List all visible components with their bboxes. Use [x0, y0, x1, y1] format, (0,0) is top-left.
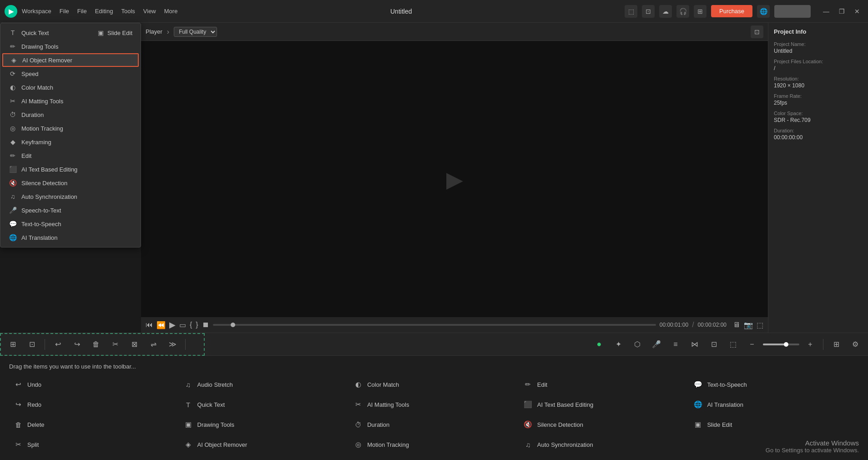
ai-text-editing-tool-icon: ⬛ [523, 399, 534, 410]
toolbar-layout-btn[interactable]: ⊞ [828, 336, 844, 353]
toolbar-merge-btn[interactable]: ⋈ [686, 336, 703, 353]
thumbnail-icon[interactable]: ⊡ [751, 25, 763, 38]
toolbar-minus-btn[interactable]: − [744, 336, 760, 353]
toolbar-volume-slider[interactable] [763, 336, 799, 353]
device-icon[interactable]: ⊡ [642, 5, 655, 18]
maximize-button[interactable]: ❐ [835, 5, 848, 18]
tool-undo[interactable]: ↩ Undo [9, 376, 179, 393]
in-point-btn[interactable]: { [190, 321, 192, 329]
tool-ai-translation[interactable]: 🌐 AI Translation [689, 396, 859, 413]
toolbar-star-btn[interactable]: ✦ [610, 336, 626, 353]
delete-icon: 🗑 [13, 419, 24, 430]
dropdown-duration[interactable]: ⏱ Duration [0, 108, 141, 121]
close-button[interactable]: ✕ [851, 5, 863, 18]
tool-speed[interactable]: ⟳ Speed [179, 456, 349, 460]
tool-redo[interactable]: ↪ Redo [9, 396, 179, 413]
speed-label: Speed [21, 71, 39, 77]
dropdown-ai-translation[interactable]: 🌐 AI Translation [0, 231, 141, 244]
skip-back-btn[interactable]: ⏮ [146, 321, 153, 329]
step-back-btn[interactable]: ⏪ [156, 321, 166, 329]
dropdown-motion-tracking[interactable]: ◎ Motion Tracking [0, 121, 141, 135]
globe-icon[interactable]: 🌐 [757, 5, 770, 18]
dropdown-quick-text[interactable]: T Quick Text ▣ Slide Edit [0, 26, 141, 40]
purchase-button[interactable]: Purchase [711, 5, 752, 17]
tool-speech-to-text[interactable]: 🎤 Speech-to-Text [519, 456, 689, 460]
minimize-button[interactable]: — [820, 5, 833, 18]
menu-tools[interactable]: Tools [121, 8, 135, 15]
tool-color-match[interactable]: ◐ Color Match [349, 376, 519, 393]
resolution-label: Resolution: [774, 76, 863, 81]
tool-silence-detection[interactable]: 🔇 Silence Detection [519, 416, 689, 433]
toolbar-shield-btn[interactable]: ⬡ [629, 336, 646, 353]
play-btn[interactable]: ▶ [169, 320, 176, 330]
tool-quick-text[interactable]: T Quick Text [179, 396, 349, 413]
quality-select[interactable]: Full Quality 1/2 Quality 1/4 Quality [174, 27, 217, 37]
dropdown-keyframing[interactable]: ◆ Keyframing [0, 135, 141, 149]
profile-area[interactable] [774, 5, 811, 18]
dropdown-edit[interactable]: ✏ Edit [0, 149, 141, 162]
toolbar-select-btn[interactable]: ⊡ [24, 336, 40, 353]
toolbar-delete-btn[interactable]: 🗑 [88, 336, 104, 353]
dropdown-silence-detection[interactable]: 🔇 Silence Detection [0, 176, 141, 190]
toolbar-playlist-btn[interactable]: ≡ [667, 336, 684, 353]
scrubber[interactable] [213, 324, 656, 326]
monitor-icon[interactable]: 🖥 [733, 321, 740, 329]
motion-tracking-label: Motion Tracking [21, 125, 63, 132]
menu-more[interactable]: More [164, 8, 178, 15]
tool-duration[interactable]: ⏱ Duration [349, 416, 519, 433]
toolbar-undo-btn[interactable]: ↩ [50, 336, 66, 353]
dropdown-text-to-speech[interactable]: 💬 Text-to-Speech [0, 217, 141, 231]
tool-crop[interactable]: ⊠ Crop [9, 456, 179, 460]
split-label: Split [27, 441, 39, 448]
tool-slide-edit[interactable]: ▣ Slide Edit [689, 416, 859, 433]
snapshot-icon[interactable]: 📷 [744, 321, 753, 329]
tool-split[interactable]: ✂ Split [9, 436, 179, 453]
tool-audio-stretch[interactable]: ♫ Audio Stretch [179, 376, 349, 393]
dropdown-auto-sync[interactable]: ♫ Auto Synchronization [0, 190, 141, 203]
tool-ai-matting[interactable]: ✂ AI Matting Tools [349, 396, 519, 413]
tool-drawing-tools[interactable]: ▣ Drawing Tools [179, 416, 349, 433]
toolbar-more-btn[interactable]: ≫ [164, 336, 181, 353]
toolbar-green-btn[interactable]: ● [591, 336, 607, 353]
tool-ai-object-remover[interactable]: ◈ AI Object Remover [179, 436, 349, 453]
toolbar-picture-btn[interactable]: ⊡ [706, 336, 722, 353]
dropdown-speech-to-text[interactable]: 🎤 Speech-to-Text [0, 203, 141, 217]
tool-edit[interactable]: ✏ Edit [519, 376, 689, 393]
tool-delete[interactable]: 🗑 Delete [9, 416, 179, 433]
toolbar-grid-btn[interactable]: ⊞ [5, 336, 21, 353]
undo-label: Undo [27, 381, 41, 388]
menu-file2[interactable]: File [77, 8, 87, 15]
menu-workspace[interactable]: Workspace [22, 8, 51, 15]
resolution-value: 1920 × 1080 [774, 82, 863, 89]
dropdown-ai-matting[interactable]: ✂ AI Matting Tools [0, 94, 141, 108]
dropdown-color-match[interactable]: ◐ Color Match [0, 81, 141, 94]
headphone-icon[interactable]: 🎧 [676, 5, 689, 18]
dropdown-drawing-tools[interactable]: ✏ Drawing Tools [0, 40, 141, 53]
menu-view[interactable]: View [143, 8, 156, 15]
frame-btn[interactable]: ▭ [179, 321, 186, 329]
toolbar-mic-btn[interactable]: 🎤 [648, 336, 665, 353]
grid-icon[interactable]: ⊞ [694, 5, 707, 18]
toolbar-crop-btn[interactable]: ⊠ [126, 336, 142, 353]
toolbar-split-btn[interactable]: ✂ [107, 336, 123, 353]
menu-file[interactable]: File [60, 8, 69, 15]
toolbar-monitor-btn[interactable]: ⬚ [725, 336, 741, 353]
dropdown-speed[interactable]: ⟳ Speed [0, 67, 141, 81]
screen-icon[interactable]: ⬚ [625, 5, 637, 18]
pip-icon[interactable]: ⬚ [757, 321, 763, 329]
out-point-btn[interactable]: } [196, 321, 198, 329]
dropdown-ai-text-editing[interactable]: ⬛ AI Text Based Editing [0, 162, 141, 176]
tool-keyframing[interactable]: ◆ Keyframing [349, 456, 519, 460]
cloud-icon[interactable]: ☁ [659, 5, 672, 18]
toolbar-settings-btn[interactable]: ⚙ [847, 336, 863, 353]
toolbar-audio-btn[interactable]: ⇌ [145, 336, 161, 353]
tool-text-to-speech[interactable]: 💬 Text-to-Speech [689, 376, 859, 393]
dropdown-ai-object-remover[interactable]: ◈ AI Object Remover [2, 53, 139, 67]
tool-ai-text-editing[interactable]: ⬛ AI Text Based Editing [519, 396, 689, 413]
menu-editing[interactable]: Editing [95, 8, 113, 15]
toolbar-redo-btn[interactable]: ↪ [69, 336, 85, 353]
toolbar-plus-btn[interactable]: + [802, 336, 818, 353]
mark-btn[interactable]: ⏹ [202, 321, 209, 329]
tool-auto-sync[interactable]: ♫ Auto Synchronization [519, 436, 689, 453]
tool-motion-tracking[interactable]: ◎ Motion Tracking [349, 436, 519, 453]
